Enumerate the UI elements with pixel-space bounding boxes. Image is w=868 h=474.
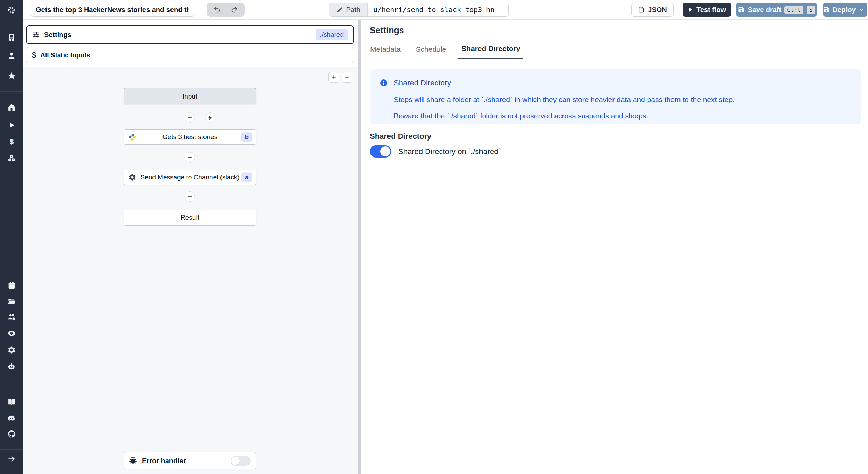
- step-id-badge: b: [241, 133, 252, 142]
- workspace-icon[interactable]: [6, 31, 17, 43]
- undo-button[interactable]: [210, 4, 224, 16]
- runs-play-icon[interactable]: [6, 119, 17, 131]
- resources-cubes-icon[interactable]: [6, 152, 17, 164]
- undo-redo-group: [207, 3, 245, 17]
- save-draft-button[interactable]: Save draft Ctrl S: [736, 3, 817, 17]
- path-field-group: Path: [329, 3, 509, 17]
- error-handler-node[interactable]: Error handler: [124, 452, 256, 469]
- trigger-bolt-button[interactable]: [205, 112, 215, 123]
- add-step-button[interactable]: [185, 191, 195, 202]
- tab-metadata[interactable]: Metadata: [367, 45, 404, 59]
- shared-directory-toggle[interactable]: [370, 145, 391, 158]
- save-draft-label: Save draft: [748, 6, 782, 14]
- schedules-calendar-icon[interactable]: [6, 279, 17, 291]
- windmill-flow-editor: $: [0, 0, 868, 474]
- result-node-label: Result: [181, 214, 199, 221]
- bug-icon: [129, 457, 137, 465]
- step-node-a-label: Send Message to Channel (slack): [140, 173, 239, 181]
- deploy-more-button[interactable]: [856, 3, 867, 17]
- panel-splitter[interactable]: [358, 20, 361, 474]
- all-static-inputs-box[interactable]: $ All Static Inputs: [26, 47, 354, 63]
- kbd-s: S: [807, 6, 816, 14]
- settings-panel: Settings Metadata Schedule Shared Direct…: [361, 20, 868, 474]
- shared-directory-toggle-row: Shared Directory on `./shared`: [370, 145, 501, 158]
- path-label: Path: [346, 6, 360, 14]
- result-node[interactable]: Result: [124, 210, 256, 226]
- play-icon: [688, 7, 693, 12]
- shared-directory-info-box: Shared Directory Steps will share a fold…: [370, 69, 861, 124]
- flow-title-input[interactable]: [31, 3, 194, 17]
- expand-arrow-icon[interactable]: [6, 453, 17, 465]
- dollar-icon: $: [32, 51, 36, 60]
- redo-button[interactable]: [227, 4, 241, 16]
- tab-shared-directory[interactable]: Shared Directory: [458, 44, 523, 59]
- svg-text:$: $: [9, 137, 14, 145]
- kbd-ctrl: Ctrl: [784, 6, 803, 14]
- lightning-icon: [207, 115, 213, 120]
- docs-book-icon[interactable]: [6, 396, 17, 408]
- settings-tabs: Metadata Schedule Shared Directory: [361, 40, 868, 59]
- save-icon: [738, 6, 745, 13]
- flow-canvas[interactable]: + − Input Gets 3 best stories: [23, 67, 358, 474]
- deploy-button[interactable]: Deploy: [823, 3, 856, 17]
- workers-robot-icon[interactable]: [6, 360, 17, 372]
- github-icon[interactable]: [6, 428, 17, 440]
- settings-gear-icon[interactable]: [6, 344, 17, 356]
- pencil-icon: [336, 7, 343, 13]
- deploy-split-button: Deploy: [823, 3, 867, 17]
- zoom-out-button[interactable]: −: [342, 72, 352, 83]
- test-flow-button[interactable]: Test flow: [683, 3, 731, 17]
- json-button-label: JSON: [648, 6, 667, 14]
- shared-directory-toggle-label: Shared Directory on `./shared`: [398, 147, 501, 156]
- step-node-b-label: Gets 3 best stories: [162, 133, 217, 141]
- save-icon: [823, 6, 830, 13]
- shared-directory-section-title: Shared Directory: [370, 132, 431, 141]
- step-id-badge: a: [241, 173, 252, 182]
- topbar: Path JSON Test flow Save draft Ctrl S De…: [23, 0, 868, 20]
- settings-panel-title: Settings: [370, 25, 404, 35]
- step-node-a[interactable]: Send Message to Channel (slack) a: [124, 170, 256, 185]
- sliders-icon: [32, 31, 40, 39]
- hub-script-gear-icon: [128, 173, 136, 181]
- toggle-knob: [380, 146, 390, 156]
- discord-icon[interactable]: [6, 412, 17, 424]
- file-json-icon: [638, 6, 645, 13]
- json-button[interactable]: JSON: [631, 3, 674, 17]
- sidebar-divider: [0, 91, 23, 92]
- flow-settings-box[interactable]: Settings ./shared: [26, 25, 354, 44]
- audit-eye-icon[interactable]: [6, 327, 17, 339]
- folders-icon[interactable]: [6, 295, 17, 307]
- error-handler-toggle[interactable]: [231, 456, 251, 466]
- toggle-knob: [231, 457, 240, 465]
- sidebar-divider: [0, 449, 23, 450]
- variables-dollar-icon[interactable]: $: [6, 136, 17, 147]
- sidebar: $: [0, 0, 23, 474]
- test-flow-label: Test flow: [696, 6, 726, 14]
- chevron-down-icon: [859, 7, 865, 13]
- windmill-logo[interactable]: [0, 0, 23, 20]
- info-icon: [379, 79, 388, 87]
- info-box-line2: Beware that the `./shared` folder is not…: [394, 112, 852, 120]
- zoom-in-button[interactable]: +: [328, 72, 339, 83]
- flow-graph-panel: Settings ./shared $ All Static Inputs + …: [23, 20, 358, 474]
- flow-settings-label: Settings: [44, 31, 311, 39]
- error-handler-label: Error handler: [142, 457, 226, 465]
- home-icon[interactable]: [6, 101, 17, 113]
- shared-directory-badge: ./shared: [316, 29, 348, 40]
- path-input[interactable]: [368, 3, 508, 16]
- add-step-button[interactable]: [185, 112, 195, 123]
- groups-users-icon[interactable]: [6, 311, 17, 323]
- add-step-button[interactable]: [185, 152, 195, 163]
- user-icon[interactable]: [6, 50, 17, 61]
- path-label-chip[interactable]: Path: [329, 3, 368, 16]
- deploy-label: Deploy: [833, 6, 856, 14]
- tab-schedule[interactable]: Schedule: [413, 45, 450, 59]
- plus-icon: [187, 115, 193, 120]
- input-node[interactable]: Input: [124, 88, 256, 104]
- favorites-star-icon[interactable]: [6, 70, 17, 82]
- all-static-inputs-label: All Static Inputs: [40, 51, 90, 59]
- step-node-b[interactable]: Gets 3 best stories b: [124, 129, 256, 145]
- plus-icon: [187, 194, 193, 199]
- info-box-title: Shared Directory: [394, 78, 451, 87]
- plus-icon: [187, 155, 193, 160]
